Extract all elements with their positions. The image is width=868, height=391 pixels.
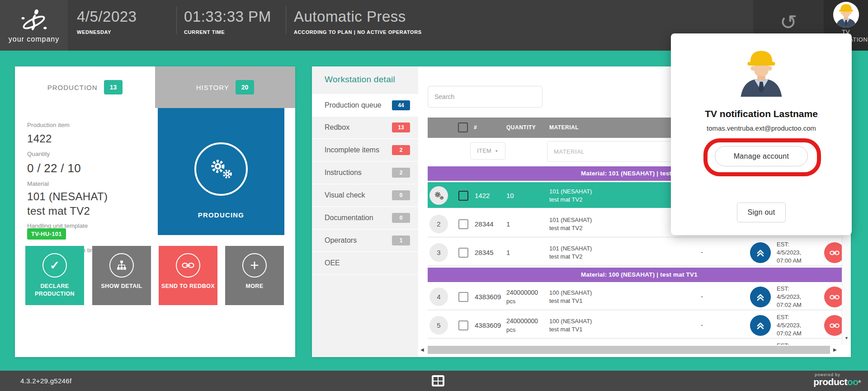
send-to-redbox-button[interactable]: SEND TO REDBOX bbox=[159, 246, 217, 305]
producing-label: PRODUCING bbox=[198, 211, 244, 219]
tab-history-label: HISTORY bbox=[196, 84, 229, 91]
workstation-status: ACCORDING TO PLAN | NO ACTIVE OPERATORS bbox=[294, 29, 422, 35]
menu-item-label: Visual check bbox=[325, 191, 365, 199]
menu-item-operators[interactable]: Operators 1 bbox=[312, 230, 418, 252]
send-to-redbox-label: SEND TO REDBOX bbox=[161, 283, 215, 290]
tab-production[interactable]: PRODUCTION 13 bbox=[15, 66, 155, 108]
manage-account-button[interactable]: Manage account bbox=[715, 146, 808, 166]
show-detail-button[interactable]: SHOW DETAIL bbox=[92, 246, 151, 305]
quantity-label: Quantity bbox=[27, 151, 50, 157]
menu-item-redbox[interactable]: Redbox 13 bbox=[312, 117, 418, 139]
priority-up-button[interactable] bbox=[750, 242, 771, 263]
gears-icon bbox=[194, 142, 248, 196]
row-checkbox[interactable] bbox=[458, 191, 468, 201]
incomplete-items-badge: 2 bbox=[392, 145, 410, 155]
version-label: 4.3.2+29.g5246f bbox=[20, 371, 71, 391]
operators-badge: 1 bbox=[392, 236, 410, 245]
company-logo[interactable]: your company bbox=[0, 0, 68, 51]
menu-item-incomplete-items[interactable]: Incomplete items 2 bbox=[312, 139, 418, 162]
row-item-number: 1422 bbox=[475, 192, 490, 199]
productoo-brand: powered by productoo® bbox=[813, 372, 861, 387]
apps-grid-icon[interactable] bbox=[432, 375, 444, 386]
row-checkbox[interactable] bbox=[458, 292, 468, 302]
row-quantity: 10 bbox=[506, 192, 514, 199]
quantity-value: 0 / 22 / 10 bbox=[27, 161, 81, 175]
column-item: # bbox=[474, 118, 477, 138]
row-material: 100 (NESAHAT)test mat TV1 bbox=[549, 317, 592, 334]
menu-item-instructions[interactable]: Instructions 2 bbox=[312, 162, 418, 184]
menu-item-label: Operators bbox=[325, 236, 357, 245]
menu-item-label: Documentation bbox=[325, 214, 373, 222]
row-quantity: 1 bbox=[506, 220, 510, 228]
item-filter-dropdown[interactable]: ITEM ▼ bbox=[470, 142, 505, 160]
row-checkbox[interactable] bbox=[458, 320, 468, 330]
search-input[interactable] bbox=[428, 86, 542, 108]
row-number-badge: 5 bbox=[429, 316, 448, 334]
user-email: tomas.ventruba.ext@productoo.com bbox=[671, 124, 852, 132]
row-gears-icon bbox=[429, 186, 448, 205]
table-row[interactable]: 5 4383609 240000000 pcs 100 (NESAHAT)tes… bbox=[428, 312, 851, 339]
menu-item-label: Production queue bbox=[325, 101, 381, 109]
bottom-bar: 4.3.2+29.g5246f powered by productoo® bbox=[0, 371, 868, 391]
menu-item-production-queue[interactable]: Production queue 44 bbox=[312, 94, 418, 117]
row-scheduled: - bbox=[701, 292, 703, 300]
select-all-checkbox[interactable] bbox=[458, 122, 468, 132]
productoo-logo: productoo® bbox=[813, 377, 861, 387]
redbox-badge: 13 bbox=[392, 122, 410, 132]
row-est-time: EST: bbox=[777, 342, 789, 345]
undo-icon: ↺ bbox=[780, 12, 797, 33]
material-filter-input[interactable] bbox=[547, 141, 674, 162]
header-divider bbox=[176, 6, 177, 34]
declare-production-button[interactable]: ✓ DECLARE PRODUCTION bbox=[25, 246, 84, 305]
link-icon bbox=[176, 253, 200, 278]
menu-item-label: Incomplete items bbox=[325, 146, 379, 154]
row-quantity: 240000000 pcs bbox=[506, 288, 538, 306]
row-number-badge: 2 bbox=[429, 215, 448, 233]
row-checkbox[interactable] bbox=[458, 219, 468, 229]
menu-item-visual-check[interactable]: Visual check 0 bbox=[312, 184, 418, 207]
sitemap-icon bbox=[109, 253, 134, 278]
company-logo-icon bbox=[20, 7, 48, 33]
show-detail-label: SHOW DETAIL bbox=[101, 283, 142, 290]
time-value: 01:33:33 PM bbox=[184, 8, 271, 25]
date-label: WEDNESDAY bbox=[77, 29, 137, 35]
table-row[interactable]: 3 28345 1 101 (NESAHAT)test mat TV2 - ES… bbox=[428, 239, 851, 266]
priority-up-button[interactable] bbox=[750, 287, 771, 307]
menu-item-documentation[interactable]: Documentation 0 bbox=[312, 207, 418, 230]
tab-production-count: 13 bbox=[104, 80, 123, 94]
more-button[interactable]: + MORE bbox=[225, 246, 284, 305]
more-label: MORE bbox=[245, 283, 263, 290]
table-row[interactable]: 4 4383609 240000000 pcs 100 (NESAHAT)tes… bbox=[428, 283, 851, 311]
date-value: 4/5/2023 bbox=[77, 8, 137, 25]
menu-item-oee[interactable]: OEE bbox=[312, 252, 418, 275]
visual-check-badge: 0 bbox=[392, 190, 410, 200]
sign-out-button[interactable]: Sign out bbox=[737, 203, 786, 222]
priority-up-button[interactable] bbox=[750, 315, 771, 336]
scroll-down-icon[interactable]: ▼ bbox=[842, 336, 851, 340]
row-scheduled: - bbox=[701, 321, 703, 329]
row-scheduled: - bbox=[701, 248, 703, 256]
column-quantity: QUANTITY bbox=[506, 118, 536, 138]
scroll-right-icon[interactable]: ▶ bbox=[833, 347, 837, 352]
user-account-popup: TV notification Lastname tomas.ventruba.… bbox=[671, 33, 852, 235]
workstation-name: Automatic Press bbox=[294, 8, 422, 25]
horizontal-scrollbar[interactable] bbox=[428, 346, 830, 354]
production-item-value: 1422 bbox=[27, 132, 52, 145]
row-item-number: 28344 bbox=[475, 220, 494, 228]
workstation-detail-title: Workstation detail bbox=[325, 75, 395, 85]
column-material: MATERIAL bbox=[549, 118, 579, 138]
plus-icon: + bbox=[242, 253, 267, 278]
worker-avatar-icon bbox=[736, 46, 787, 97]
material-value1: 101 (NESAHAT) bbox=[27, 190, 108, 203]
status-tile-producing[interactable]: PRODUCING bbox=[158, 108, 284, 235]
row-item-number: 4383609 bbox=[475, 293, 501, 301]
tab-history[interactable]: HISTORY 20 bbox=[155, 66, 295, 108]
scroll-left-icon[interactable]: ◀ bbox=[420, 347, 424, 352]
instructions-badge: 2 bbox=[392, 168, 410, 178]
row-material: 100 (NESAHAT)test mat TV1 bbox=[549, 289, 592, 305]
row-checkbox[interactable] bbox=[458, 248, 468, 258]
table-row[interactable]: EST: bbox=[428, 340, 851, 345]
row-quantity: 1 bbox=[506, 249, 510, 256]
handling-unit-badge: TV-HU-101 bbox=[27, 228, 66, 240]
row-material: 101 (NESAHAT)test mat TV2 bbox=[549, 216, 592, 232]
